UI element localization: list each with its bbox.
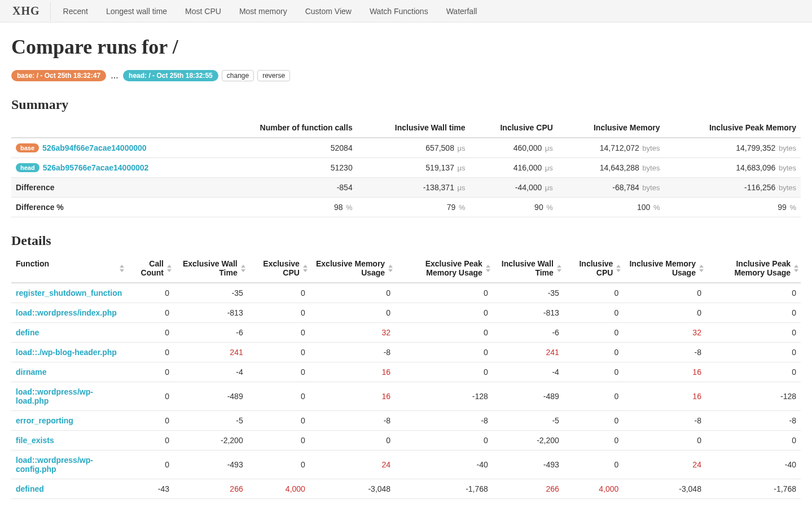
metric-cell: 266 [493, 479, 564, 499]
metric-cell: -813 [174, 303, 248, 323]
metric-cell: 0 [395, 343, 493, 362]
metric-cell: 16 [310, 382, 395, 411]
function-link[interactable]: load::wordpress/index.php [16, 308, 117, 317]
metric-cell: -43 [126, 479, 174, 499]
details-col-header[interactable]: Inclusive Memory Usage [623, 254, 706, 283]
metric-cell: -35 [174, 283, 248, 303]
metric-cell: 4,000 [564, 479, 624, 499]
details-col-header[interactable]: Exclusive CPU [248, 254, 310, 283]
details-col-header[interactable]: Call Count [126, 254, 174, 283]
table-row: register_shutdown_function0-35000-35000 [11, 283, 801, 303]
nav-item-waterfall[interactable]: Waterfall [437, 1, 486, 21]
pill-ellipsis: … [109, 71, 120, 80]
details-col-header[interactable]: Inclusive CPU [564, 254, 624, 283]
metric-cell: 241 [174, 343, 248, 362]
metric-cell: -1,768 [395, 479, 493, 499]
metric-cell: -8 [310, 343, 395, 362]
nav-item-watch-functions[interactable]: Watch Functions [361, 1, 437, 21]
metric-cell: -2,200 [174, 431, 248, 450]
metric-cell: 24 [623, 450, 706, 479]
metric-cell: 16 [623, 362, 706, 382]
metric-cell: 0 [623, 431, 706, 450]
function-cell: define [11, 323, 126, 343]
page-title: Compare runs for / [11, 35, 801, 59]
table-row: load::wordpress/wp-load.php0-489016-128-… [11, 382, 801, 411]
function-link[interactable]: define [16, 328, 39, 337]
function-cell: load::wordpress/index.php [11, 303, 126, 323]
summary-cell: 519,137 μs [357, 158, 470, 178]
details-col-header[interactable]: Inclusive Peak Memory Usage [706, 254, 801, 283]
metric-cell: 0 [564, 431, 624, 450]
metric-cell: -8 [623, 343, 706, 362]
navbar: XHG RecentLongest wall timeMost CPUMost … [0, 0, 812, 23]
metric-cell: 0 [248, 411, 310, 431]
function-link[interactable]: dirname [16, 368, 46, 377]
summary-row-label: base526ab94f66e7acae14000000 [11, 138, 213, 158]
metric-cell: 0 [248, 362, 310, 382]
metric-cell: 0 [564, 283, 624, 303]
base-hash-link[interactable]: 526ab94f66e7acae14000000 [42, 143, 147, 152]
metric-cell: 4,000 [248, 479, 310, 499]
base-run-pill[interactable]: base: / - Oct 25th 18:32:47 [11, 70, 106, 81]
summary-row-label: head526ab95766e7acae14000002 [11, 158, 213, 178]
details-col-header[interactable]: Inclusive Wall Time [493, 254, 564, 283]
summary-cell: -68,784 bytes [558, 178, 665, 198]
summary-cell: -116,256 bytes [664, 178, 801, 198]
brand-divider [50, 2, 51, 21]
metric-cell: 0 [310, 303, 395, 323]
nav-item-most-memory[interactable]: Most memory [230, 1, 296, 21]
function-link[interactable]: load::./wp-blog-header.php [16, 348, 117, 357]
summary-cell: 416,000 μs [470, 158, 558, 178]
function-link[interactable]: register_shutdown_function [16, 288, 122, 298]
summary-cell: 14,683,096 bytes [664, 158, 801, 178]
summary-col-header: Inclusive CPU [470, 118, 558, 138]
function-link[interactable]: load::wordpress/wp-config.php [16, 456, 93, 474]
function-link[interactable]: load::wordpress/wp-load.php [16, 387, 93, 405]
nav-item-longest-wall-time[interactable]: Longest wall time [97, 1, 176, 21]
nav-item-custom-view[interactable]: Custom View [296, 1, 361, 21]
details-col-header[interactable]: Exclusive Peak Memory Usage [395, 254, 493, 283]
function-cell: defined [11, 479, 126, 499]
brand-logo[interactable]: XHG [7, 2, 46, 20]
metric-cell: -5 [493, 411, 564, 431]
summary-row-label: Difference % [11, 198, 213, 217]
details-col-header[interactable]: Function [11, 254, 126, 283]
metric-cell: 0 [248, 382, 310, 411]
change-button[interactable]: change [222, 70, 254, 81]
metric-cell: 0 [248, 283, 310, 303]
summary-col-header: Inclusive Wall time [357, 118, 470, 138]
metric-cell: 241 [493, 343, 564, 362]
head-hash-link[interactable]: 526ab95766e7acae14000002 [43, 163, 149, 172]
function-cell: error_reporting [11, 411, 126, 431]
summary-cell: 657,508 μs [357, 138, 470, 158]
summary-cell: 460,000 μs [470, 138, 558, 158]
metric-cell: 0 [126, 303, 174, 323]
metric-cell: -489 [493, 382, 564, 411]
reverse-button[interactable]: reverse [257, 70, 290, 81]
metric-cell: 0 [126, 343, 174, 362]
details-col-header[interactable]: Exclusive Memory Usage [310, 254, 395, 283]
metric-cell: 16 [310, 362, 395, 382]
head-run-pill[interactable]: head: / - Oct 25th 18:32:55 [123, 70, 218, 81]
metric-cell: 0 [126, 411, 174, 431]
metric-cell: 0 [623, 283, 706, 303]
function-link[interactable]: error_reporting [16, 416, 73, 425]
metric-cell: 0 [126, 323, 174, 343]
metric-cell: 0 [248, 343, 310, 362]
nav-item-most-cpu[interactable]: Most CPU [176, 1, 230, 21]
function-link[interactable]: file_exists [16, 436, 54, 445]
function-cell: load::./wp-blog-header.php [11, 343, 126, 362]
metric-cell: -5 [174, 411, 248, 431]
function-cell: file_exists [11, 431, 126, 450]
function-link[interactable]: defined [16, 484, 44, 493]
nav-item-recent[interactable]: Recent [54, 1, 97, 21]
metric-cell: 16 [623, 382, 706, 411]
metric-cell: -6 [174, 323, 248, 343]
metric-cell: 0 [395, 431, 493, 450]
metric-cell: -8 [310, 411, 395, 431]
details-col-header[interactable]: Exclusive Wall Time [174, 254, 248, 283]
table-row: load::wordpress/wp-config.php0-493024-40… [11, 450, 801, 479]
summary-row-base: base526ab94f66e7acae1400000052084657,508… [11, 138, 801, 158]
function-cell: dirname [11, 362, 126, 382]
metric-cell: 0 [564, 343, 624, 362]
